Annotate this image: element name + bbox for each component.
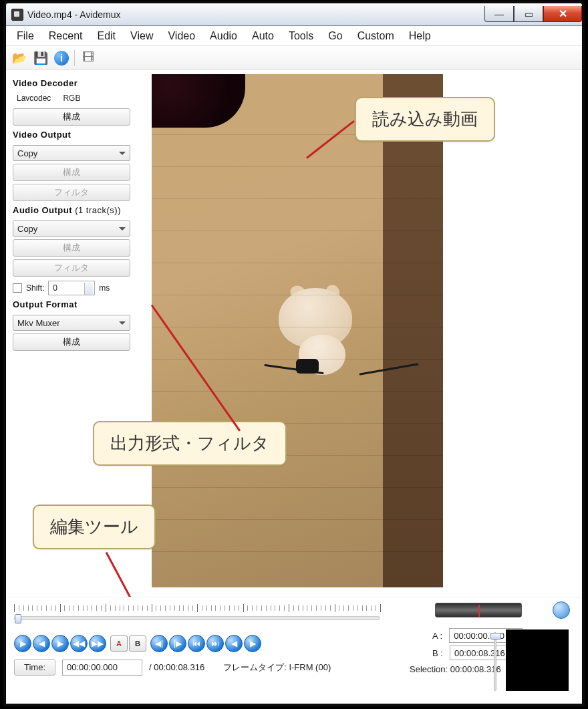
menu-go[interactable]: Go [321,28,349,44]
next-icon: ▶ [57,639,63,648]
volume-slider[interactable] [494,632,496,691]
volume-thumb[interactable] [490,633,501,640]
first-icon: ⏮ [192,639,200,648]
callout-loaded-video: 読み込み動画 [355,97,495,142]
total-time: / 00:00:08.316 [149,662,204,672]
first-frame-button[interactable]: ⏮ [188,635,205,652]
play-icon: ▶ [20,639,26,648]
video-output-select[interactable]: Copy [13,145,130,161]
app-window: Video.mp4 - Avidemux — ▭ ✕ File Recent E… [5,3,583,704]
menu-edit[interactable]: Edit [90,28,122,44]
current-time-value: 00:00:00.000 [67,662,118,672]
output-format-select[interactable]: Mkv Muxer [13,315,130,331]
video-output-value: Copy [17,148,37,158]
jog-wheel[interactable] [435,603,522,617]
marker-b-value: 00:00:08.316 [454,648,505,658]
menu-auto[interactable]: Auto [245,28,281,44]
audio-output-configure-button: 構成 [13,239,130,257]
menu-audio[interactable]: Audio [203,28,244,44]
menu-help[interactable]: Help [402,28,438,44]
goto-a-button[interactable]: ◀| [150,635,168,652]
video-content [252,261,372,388]
decoder-mode: RGB [63,94,80,103]
audio-output-title-text: Audio Output [13,205,72,215]
menu-view[interactable]: View [124,28,160,44]
audio-shift-label: Shift: [26,283,44,293]
audio-output-title: Audio Output (1 track(s)) [13,205,140,215]
toolbar-separator [74,50,75,66]
output-format-configure-button[interactable]: 構成 [13,333,130,351]
output-format-value: Mkv Muxer [17,318,60,328]
menu-file[interactable]: File [10,28,41,44]
window-controls: — ▭ ✕ [484,7,582,22]
video-area: 読み込み動画 出力形式・フィルタ 編集ツール [146,70,582,597]
bottom-bar: ▶ ◀ ▶ ◀◀ ▶▶ A B ◀| |▶ ⏮ ⏭ ◀ ▶ Time: 00:0… [6,597,582,704]
time-button[interactable]: Time: [14,659,55,676]
right-panel: A : 00:00:00.000 B : 00:00:08.316 Select… [408,603,569,674]
decoder-codec: Lavcodec [17,94,51,103]
last-frame-button[interactable]: ⏭ [206,635,224,652]
menu-custom[interactable]: Custom [351,28,401,44]
prev-keyframe-button[interactable]: ◀◀ [70,635,88,652]
close-button[interactable]: ✕ [543,6,582,22]
mark-a-button[interactable]: A [110,635,128,652]
audio-shift-value: 0 [53,283,57,293]
audio-shift-checkbox[interactable] [13,283,22,293]
calculator-icon[interactable]: 🎞 [80,50,96,66]
window-title: Video.mp4 - Avidemux [27,9,121,20]
info-icon[interactable]: i [54,51,69,65]
audio-shift-unit: ms [99,283,110,293]
audio-output-value: Copy [17,224,37,234]
maximize-button[interactable]: ▭ [514,6,543,22]
content-area: Video Decoder Lavcodec RGB 構成 Video Outp… [6,70,582,597]
output-format-title: Output Format [13,299,140,309]
video-output-title: Video Output [13,130,140,140]
selection-label: Selection: [410,664,448,674]
next-keyframe-button[interactable]: ▶▶ [89,635,106,652]
video-content [152,74,245,128]
menubar: File Recent Edit View Video Audio Auto T… [6,26,582,46]
menu-video[interactable]: Video [161,28,202,44]
video-decoder-configure-button[interactable]: 構成 [13,108,130,126]
mark-b-button[interactable]: B [129,635,146,652]
open-icon[interactable]: 📂 [11,50,27,66]
timeline-ruler-bottom [14,621,380,631]
menu-recent[interactable]: Recent [42,28,90,44]
audio-shift-input[interactable]: 0 [48,281,95,295]
play-button[interactable]: ▶ [14,635,31,652]
audio-output-filter-button: フィルタ [13,259,130,277]
minimize-button[interactable]: — [484,6,514,22]
prev-frame-button[interactable]: ◀ [33,635,50,652]
callout-output-filters: 出力形式・フィルタ [93,421,287,466]
save-icon[interactable]: 💾 [33,50,49,66]
audio-preview [506,629,569,691]
volume-knob-icon[interactable] [553,601,570,619]
audio-output-select[interactable]: Copy [13,221,130,237]
kf-prev-icon: ◀◀ [73,639,85,648]
audio-output-tracks: (1 track(s)) [75,205,121,215]
black-next-icon: ▶ [250,639,256,648]
black-prev-icon: ◀ [231,639,237,648]
next-frame-button[interactable]: ▶ [51,635,69,652]
video-preview [152,74,443,587]
prev-black-button[interactable]: ◀ [225,635,243,652]
callout-edit-tools: 編集ツール [33,505,156,549]
frame-type: フレームタイプ: I-FRM (00) [223,662,331,674]
video-output-configure-button: 構成 [13,164,130,181]
goto-b-icon: |▶ [174,639,182,648]
timeline-track[interactable] [14,616,380,620]
video-content [383,74,443,587]
goto-a-icon: ◀| [155,639,163,648]
video-decoder-title: Video Decoder [13,78,140,88]
video-output-filter-button: フィルタ [13,184,130,201]
next-black-button[interactable]: ▶ [244,635,261,652]
current-time-input[interactable]: 00:00:00.000 [62,660,142,676]
kf-next-icon: ▶▶ [92,639,104,648]
toolbar: 📂 💾 i 🎞 [6,46,582,70]
prev-icon: ◀ [39,639,45,648]
menu-tools[interactable]: Tools [282,28,320,44]
goto-b-button[interactable]: |▶ [169,635,186,652]
marker-b-label: B : [432,648,443,658]
marker-a-label: A : [432,631,442,641]
titlebar: Video.mp4 - Avidemux — ▭ ✕ [6,3,582,26]
